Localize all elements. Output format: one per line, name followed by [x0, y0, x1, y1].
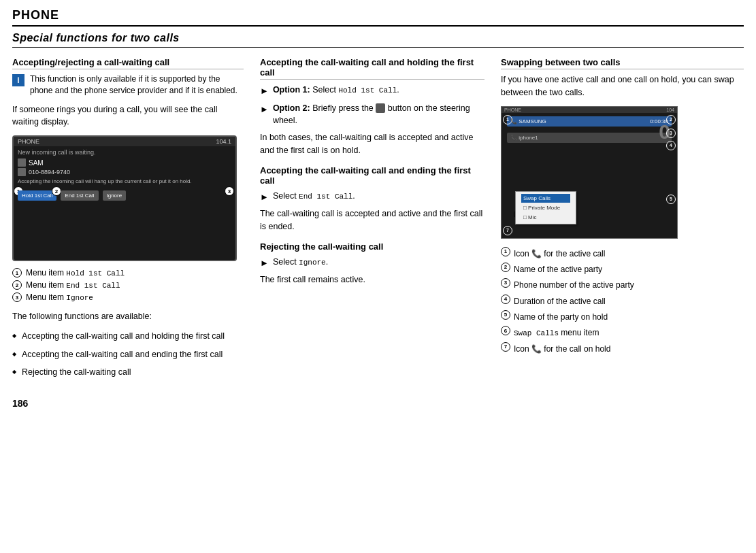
menu-annotations: 1 Menu item Hold 1st Call 2 Menu item En… — [12, 268, 244, 302]
swap-menu-item-swap[interactable]: Swap Calls — [521, 194, 570, 203]
option1-row: ► Option 1: Select Hold 1st Call. — [260, 84, 484, 98]
section3-mono: Ignore — [299, 258, 326, 267]
mid-section3-heading: Rejecting the call-waiting call — [260, 241, 484, 252]
option2-row: ► Option 2: Briefly press the button on … — [260, 102, 484, 128]
ann-row-5: 5 Name of the party on hold — [501, 310, 744, 324]
swap-menu-overlay: Swap Calls □ Private Mode □ Mic — [515, 191, 576, 224]
menu-ann-mono-2: End 1st Call — [66, 282, 120, 290]
ann-circle-7: 7 — [501, 342, 510, 352]
bullet-item-1: Accepting the call-waiting call and hold… — [12, 330, 244, 343]
following-text: The following functions are available: — [12, 310, 244, 323]
info-icon: i — [12, 74, 24, 86]
page-number: 186 — [12, 398, 744, 409]
phone-btn-ignore[interactable]: Ignore — [103, 190, 127, 201]
right-column: Swapping between two calls If you have o… — [501, 57, 744, 358]
mid-section1-heading: Accepting the call-waiting call and hold… — [260, 57, 484, 80]
swap-inner: PHONE 104 📞 SAMSUNG 0:00:38 📞 iphone1 0 — [502, 107, 677, 238]
ann-text-3: Phone number of the active party — [514, 278, 634, 292]
mid-section2-heading: Accepting the call-waiting call and endi… — [260, 165, 484, 186]
arrow-2: ► — [260, 103, 269, 128]
section3-body: The first call remains active. — [260, 273, 484, 286]
left-section-heading: Accepting/rejecting a call-waiting call — [12, 57, 244, 69]
ann-text-5: Name of the party on hold — [514, 310, 608, 324]
ann-circle-1: 1 — [501, 247, 510, 256]
steering-icon — [376, 103, 385, 113]
section3-select-text: Select Ignore. — [273, 256, 328, 270]
left-column: Accepting/rejecting a call-waiting call … — [12, 57, 244, 384]
bullet-list: Accepting the call-waiting call and hold… — [12, 330, 244, 379]
swap-menu-item-private[interactable]: □ Private Mode — [521, 203, 570, 212]
ann-text-1: Icon 📞 for the active call — [514, 247, 605, 261]
right-annotations: 1 Icon 📞 for the active call 2 Name of t… — [501, 247, 744, 356]
right-body-text: If you have one active call and one call… — [501, 73, 744, 99]
phone-screen: PHONE 104.1 New incoming call is waiting… — [12, 135, 237, 261]
hold-call-icon: 📞 iphone1 — [510, 135, 538, 141]
active-call-icon: 📞 SAMSUNG — [510, 118, 546, 124]
arrow-4: ► — [260, 256, 269, 270]
ann-mono-6: Swap Calls — [514, 329, 559, 337]
ann-text-2: Name of the active party — [514, 263, 602, 276]
option1-text: Option 1: Select Hold 1st Call. — [273, 84, 399, 98]
ann-circle-4: 4 — [501, 295, 510, 304]
phone-btn-end[interactable]: End 1st Call — [61, 190, 98, 201]
arrow-3: ► — [260, 190, 269, 204]
circle-3: 3 — [225, 186, 234, 196]
phone-top-bar: PHONE 104.1 — [14, 137, 235, 146]
menu-ann-row-3: 3 Menu item Ignore — [12, 292, 244, 302]
section2-body: The call-waiting call is accepted and ac… — [260, 207, 484, 233]
phone-caller-icon — [18, 158, 26, 167]
main-columns: Accepting/rejecting a call-waiting call … — [12, 57, 744, 384]
swap-phone-screen: PHONE 104 📞 SAMSUNG 0:00:38 📞 iphone1 0 — [501, 106, 678, 239]
menu-ann-text-1: Menu item Hold 1st Call — [26, 268, 125, 278]
phone-caller-number: 010-8894-9740 — [29, 169, 70, 175]
phone-number-row: 010-8894-9740 — [18, 168, 231, 176]
phone-btn-hold[interactable]: Hold 1st Call — [18, 190, 56, 201]
swap-top-right: 104 — [666, 107, 674, 112]
info-box: i This function is only available if it … — [12, 73, 244, 97]
arrow-1: ► — [260, 84, 269, 98]
phone-note-text: Accepting the incoming call will hang up… — [18, 178, 231, 185]
option2-text: Option 2: Briefly press the button on th… — [273, 102, 484, 128]
menu-ann-mono-3: Ignore — [66, 294, 93, 302]
ann-circle-3: 3 — [501, 278, 510, 288]
page-title: Special functions for two calls — [12, 32, 744, 48]
menu-ann-row-1: 1 Menu item Hold 1st Call — [12, 268, 244, 278]
swap-menu-item-mic[interactable]: □ Mic — [521, 213, 570, 222]
phone-buttons-row: 1 Hold 1st Call 2 End 1st Call 3 Ignore — [18, 190, 231, 201]
menu-ann-row-2: 2 Menu item End 1st Call — [12, 280, 244, 290]
active-call-row: 📞 SAMSUNG 0:00:38 — [507, 116, 672, 127]
option1-mono: Hold 1st Call — [338, 86, 397, 95]
menu-ann-text-3: Menu item Ignore — [26, 292, 93, 302]
ann-row-1: 1 Icon 📞 for the active call — [501, 247, 744, 261]
ann-circle-2: 2 — [501, 263, 510, 272]
section2-arrow: ► Select End 1st Call. — [260, 190, 484, 204]
phone-top-right: 104.1 — [216, 138, 231, 145]
mid-column: Accepting the call-waiting call and hold… — [260, 57, 484, 293]
ann-circle-6: 6 — [501, 326, 510, 335]
section3-arrow: ► Select Ignore. — [260, 256, 484, 270]
ann-row-3: 3 Phone number of the active party — [501, 278, 744, 292]
swap-circle-2: 2 — [666, 115, 676, 124]
swap-circle-1: 1 — [503, 115, 512, 124]
swap-top-bar: PHONE 104 — [502, 107, 677, 113]
swap-circle-3: 3 — [666, 129, 676, 138]
both-cases-text: In both cases, the call-waiting call is … — [260, 131, 484, 157]
section2-mono: End 1st Call — [299, 192, 352, 201]
swap-circle-4: 4 — [666, 141, 676, 150]
ann-row-2: 2 Name of the active party — [501, 263, 744, 276]
menu-ann-text-2: Menu item End 1st Call — [26, 280, 120, 290]
info-text: This function is only available if it is… — [30, 73, 244, 97]
phone-caller-row: SAM — [18, 158, 231, 167]
phone-content: New incoming call is waiting. SAM 010-88… — [14, 146, 235, 203]
ann-text-7: Icon 📞 for the call on hold — [514, 342, 610, 356]
phone-incoming-text: New incoming call is waiting. — [18, 149, 231, 156]
bullet-item-2: Accepting the call-waiting call and endi… — [12, 348, 244, 361]
menu-ann-mono-1: Hold 1st Call — [66, 269, 125, 278]
swap-top-left: PHONE — [504, 107, 521, 112]
circle-label-2: 2 — [12, 280, 22, 290]
ann-row-4: 4 Duration of the active call — [501, 295, 744, 308]
page-header: PHONE — [12, 8, 744, 27]
circle-label-3: 3 — [12, 292, 22, 302]
ann-text-4: Duration of the active call — [514, 295, 606, 308]
section2-select-text: Select End 1st Call. — [273, 190, 355, 204]
